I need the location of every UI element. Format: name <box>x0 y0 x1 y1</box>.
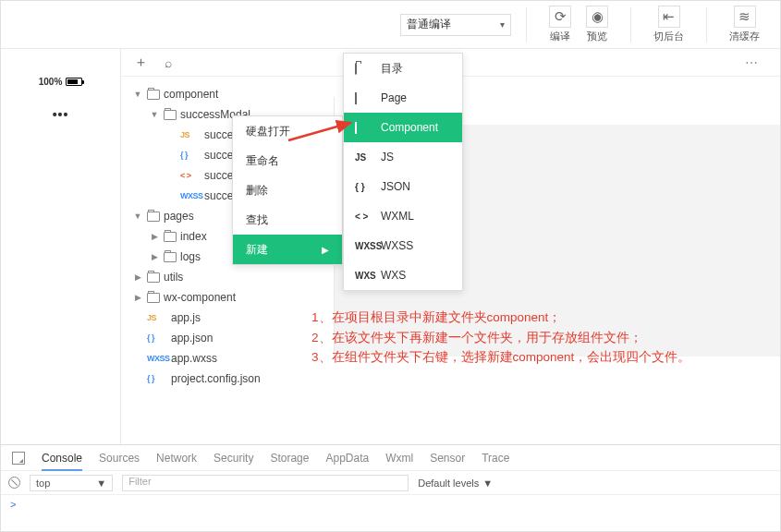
context-menu-item[interactable]: 重命名 <box>233 146 342 175</box>
tree-item-label: wx-component <box>164 291 236 304</box>
compile-mode-label: 普通编译 <box>407 17 451 32</box>
annotation-line: 1、在项目根目录中新建文件夹component； <box>311 308 718 328</box>
submenu-caret-icon: ▶ <box>322 245 329 255</box>
folder-icon <box>147 272 160 283</box>
menu-item-label: 查找 <box>246 212 268 228</box>
submenu-item-label: WXS <box>381 269 406 282</box>
simulator-panel: 100% ••• <box>1 49 121 444</box>
preview-button[interactable]: ◉ 预览 <box>579 6 616 43</box>
wxs-icon: WXS <box>355 271 372 281</box>
wxml-icon: < > <box>180 171 201 180</box>
page-icon <box>355 123 372 133</box>
expand-arrow-icon[interactable] <box>132 293 143 302</box>
levels-label: Default levels <box>418 478 479 489</box>
more-button[interactable]: ⋯ <box>745 55 758 70</box>
json-icon: { } <box>147 374 167 383</box>
wxss-icon: WXSS <box>355 241 372 251</box>
background-icon: ⇤ <box>658 6 680 28</box>
refresh-icon: ⟳ <box>549 6 571 28</box>
folder-icon <box>147 212 160 222</box>
new-file-button[interactable]: ＋ <box>134 54 148 71</box>
context-menu-item[interactable]: 查找 <box>233 205 342 235</box>
devtools-tab[interactable]: Storage <box>270 452 309 465</box>
tree-item-label: app.wxss <box>171 352 217 365</box>
expand-arrow-icon[interactable] <box>132 272 143 282</box>
devtools-tab[interactable]: AppData <box>325 452 369 465</box>
expand-arrow-icon[interactable] <box>132 90 143 99</box>
submenu-item[interactable]: 目录 <box>344 54 462 83</box>
json-icon: { } <box>180 151 201 160</box>
submenu-item[interactable]: Component <box>344 113 462 142</box>
wxml-icon: < > <box>355 212 372 222</box>
console-filter-bar: top ▼ Filter Default levels ▼ <box>1 471 780 495</box>
annotation-line: 2、在该文件夹下再新建一个文件夹，用于存放组件文件； <box>311 328 718 348</box>
context-label: top <box>36 478 50 489</box>
devtools-tab[interactable]: Console <box>42 452 82 465</box>
context-menu[interactable]: 硬盘打开重命名删除查找新建▶ <box>232 115 343 265</box>
compile-mode-select[interactable]: 普通编译 ▾ <box>400 14 511 36</box>
folder-icon <box>147 293 160 303</box>
context-menu-item[interactable]: 删除 <box>233 175 342 205</box>
devtools-tab[interactable]: Wxml <box>385 452 413 465</box>
caret-down-icon: ▼ <box>96 478 106 489</box>
search-button[interactable]: ⌕ <box>165 55 172 70</box>
folder-icon <box>355 64 372 74</box>
status-bar: 100% <box>39 77 83 87</box>
devtools-panel: ConsoleSourcesNetworkSecurityStorageAppD… <box>1 444 780 531</box>
inspect-icon[interactable] <box>12 452 25 465</box>
console-body[interactable]: > <box>1 495 780 531</box>
expand-arrow-icon[interactable] <box>149 252 160 261</box>
wxss-icon: WXSS <box>180 191 201 200</box>
submenu-item-label: JS <box>381 151 394 163</box>
file-tree-panel: ＋ ⌕ ⋯ componentsuccessModalJSsuccess{ }s… <box>121 49 780 444</box>
folder-icon <box>147 90 160 100</box>
context-select[interactable]: top ▼ <box>30 475 113 491</box>
expand-arrow-icon[interactable] <box>149 110 160 119</box>
separator <box>630 7 631 42</box>
devtools-tab[interactable]: Sensor <box>430 452 465 465</box>
submenu-item[interactable]: WXSWXS <box>344 260 462 290</box>
levels-select[interactable]: Default levels ▼ <box>418 478 493 489</box>
menu-item-label: 删除 <box>246 183 268 199</box>
layers-icon: ≋ <box>734 6 756 28</box>
annotation-text: 1、在项目根目录中新建文件夹component； 2、在该文件夹下再新建一个文件… <box>311 308 718 368</box>
submenu-item[interactable]: Page <box>344 83 462 113</box>
menu-item-label: 新建 <box>246 242 268 258</box>
switch-bg-label: 切后台 <box>653 30 684 43</box>
context-menu-item[interactable]: 硬盘打开 <box>233 116 342 146</box>
expand-arrow-icon[interactable] <box>149 232 160 241</box>
caret-down-icon: ▾ <box>500 19 505 30</box>
submenu-item-label: WXML <box>381 210 414 223</box>
submenu-item[interactable]: JSJS <box>344 142 462 172</box>
devtools-tab[interactable]: Security <box>214 452 253 465</box>
capsule-menu-icon[interactable]: ••• <box>53 107 69 122</box>
submenu-item[interactable]: < >WXML <box>344 201 462 231</box>
submenu-item[interactable]: { }JSON <box>344 172 462 201</box>
js-icon: JS <box>147 313 167 322</box>
compile-button[interactable]: ⟳ 编译 <box>542 6 579 43</box>
separator <box>706 7 707 42</box>
submenu-item-label: 目录 <box>381 61 403 77</box>
caret-down-icon: ▼ <box>482 478 493 489</box>
battery-icon <box>66 78 82 86</box>
devtools-tab[interactable]: Sources <box>99 452 140 465</box>
switch-bg-button[interactable]: ⇤ 切后台 <box>646 6 691 43</box>
submenu-item-label: Component <box>381 121 438 134</box>
expand-arrow-icon[interactable] <box>132 212 143 221</box>
tree-file[interactable]: { }project.config.json <box>121 369 780 389</box>
preview-label: 预览 <box>587 30 607 43</box>
filter-input[interactable]: Filter <box>122 475 409 491</box>
compile-label: 编译 <box>550 30 570 43</box>
clear-console-icon[interactable] <box>8 477 20 489</box>
devtools-tab[interactable]: Network <box>156 452 197 465</box>
devtools-tabs: ConsoleSourcesNetworkSecurityStorageAppD… <box>1 445 780 471</box>
submenu-item[interactable]: WXSSWXSS <box>344 231 462 260</box>
separator <box>526 7 527 42</box>
submenu-item-label: WXSS <box>381 239 413 252</box>
new-submenu[interactable]: 目录PageComponentJSJS{ }JSON< >WXMLWXSSWXS… <box>343 53 463 291</box>
clear-cache-button[interactable]: ≋ 清缓存 <box>722 6 767 43</box>
clear-cache-label: 清缓存 <box>729 30 760 43</box>
context-menu-item[interactable]: 新建▶ <box>233 235 342 264</box>
tree-item-label: index <box>180 230 207 243</box>
devtools-tab[interactable]: Trace <box>482 452 509 465</box>
